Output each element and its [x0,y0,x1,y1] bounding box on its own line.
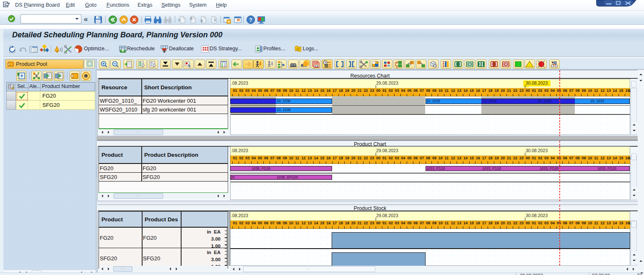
svg-text:12: 12 [315,64,318,68]
svg-text:?: ? [249,17,252,23]
